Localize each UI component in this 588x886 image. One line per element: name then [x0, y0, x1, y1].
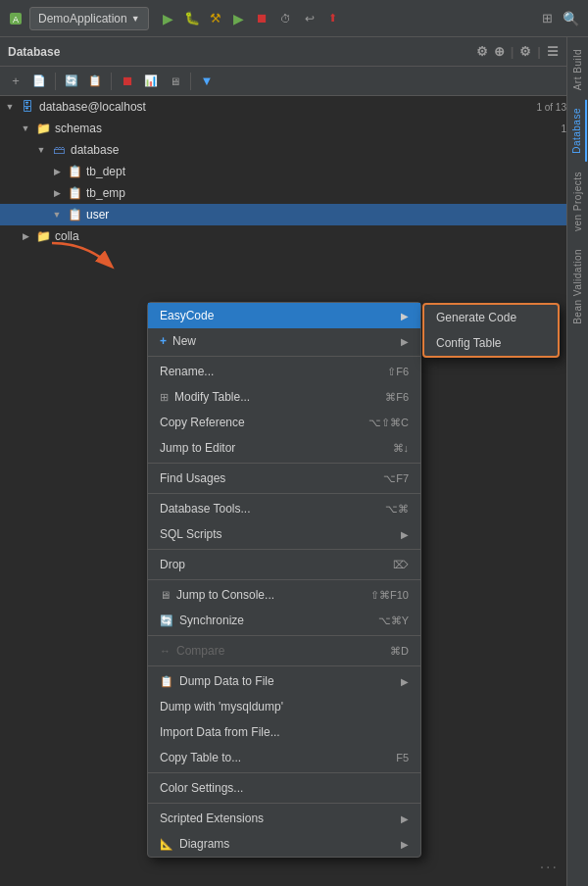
ctx-copy-ref-label: Copy Reference [160, 416, 245, 429]
ctx-drop-label: Drop [160, 558, 185, 571]
dump-data-icon: 📋 [160, 675, 173, 688]
table-dept-icon: 📋 [67, 164, 82, 179]
colla-folder-icon: 📁 [35, 228, 51, 244]
profile-button[interactable]: ⏱ [276, 9, 296, 28]
run-button[interactable]: ▶ [159, 9, 178, 28]
ctx-color-settings[interactable]: Color Settings... [148, 775, 420, 801]
ctx-import-data-label: Import Data from File... [160, 725, 280, 739]
ctx-copy-table[interactable]: Copy Table to... F5 [148, 745, 420, 770]
ctx-dump-mysqldump[interactable]: Dump with 'mysqldump' [148, 694, 420, 719]
grid-icon[interactable]: ⊞ [537, 9, 557, 28]
stop-button-tb[interactable]: ⏹ [118, 72, 137, 91]
stop-button[interactable]: ⏹ [253, 9, 272, 28]
ctx-sql-scripts[interactable]: SQL Scripts ▶ [148, 521, 420, 547]
context-menu: EasyCode ▶ Generate Code Config Table [147, 302, 421, 858]
ddl-icon[interactable]: 📄 [29, 72, 49, 91]
diagrams-icon: 📐 [160, 838, 173, 851]
ctx-sep-1 [148, 356, 420, 357]
ctx-copy-table-label: Copy Table to... [160, 751, 241, 764]
expand-tb-emp-icon: ▶ [51, 188, 63, 198]
ctx-db-tools[interactable]: Database Tools... ⌥⌘ [148, 496, 420, 521]
ctx-sep-3 [148, 493, 420, 494]
ctx-drop[interactable]: Drop ⌦ [148, 552, 420, 577]
grid-button[interactable]: 📊 [141, 72, 161, 91]
db-toolbar: + 📄 🔄 📋 ⏹ 📊 🖥 ▼ [0, 67, 566, 96]
ctx-import-data[interactable]: Import Data from File... [148, 719, 420, 745]
ctx-jump-console[interactable]: 🖥 Jump to Console... ⇧⌘F10 [148, 582, 420, 608]
filter-button[interactable]: ▼ [197, 72, 217, 91]
ctx-modify-shortcut: ⌘F6 [385, 391, 409, 404]
ctx-dump-mysqldump-label: Dump with 'mysqldump' [160, 700, 283, 714]
ctx-compare-label: Compare [176, 644, 224, 658]
modify-table-icon: ⊞ [160, 391, 169, 404]
ctx-new[interactable]: + New ▶ [148, 328, 420, 354]
db-menu-icon[interactable]: ☰ [547, 44, 559, 59]
ctx-new-label: New [172, 334, 196, 348]
ctx-synchronize[interactable]: 🔄 Synchronize ⌥⌘Y [148, 608, 420, 633]
toolbar-separator [55, 73, 56, 90]
tree-item-tb-emp[interactable]: ▶ 📋 tb_emp [0, 182, 566, 204]
ctx-find-usages[interactable]: Find Usages ⌥F7 [148, 466, 420, 491]
ctx-sep-5 [148, 579, 420, 580]
schemas-folder-icon: 📁 [35, 121, 51, 136]
sidebar-tab-bean-validation[interactable]: Bean Validation [569, 241, 586, 332]
submenu-config-table[interactable]: Config Table [424, 330, 558, 356]
db-header-icons: ⚙ ⊕ | ⚙ | ☰ [476, 44, 559, 59]
ctx-diagrams[interactable]: 📐 Diagrams ▶ [148, 831, 420, 857]
build-button[interactable]: ⚒ [206, 9, 225, 28]
tree-label-tb-dept: tb_dept [86, 165, 566, 178]
git-back-button[interactable]: ↩ [300, 9, 319, 28]
debug-button[interactable]: 🐛 [182, 9, 202, 28]
tree-item-root[interactable]: ▼ 🗄 database@localhost 1 of 13 [0, 96, 566, 118]
schema-button[interactable]: 📋 [85, 72, 105, 91]
ctx-scripted-extensions[interactable]: Scripted Extensions ▶ [148, 806, 420, 831]
app-dropdown[interactable]: DemoApplication ▼ [29, 7, 149, 30]
compare-icon: ↔ [160, 645, 171, 657]
ctx-easycode-left: EasyCode [160, 309, 214, 322]
main-panel: Database ⚙ ⊕ | ⚙ | ☰ + 📄 🔄 📋 ⏹ 📊 🖥 ▼ ▼ 🗄… [0, 37, 566, 886]
tree-label-tb-emp: tb_emp [86, 186, 566, 200]
expand-icon: ▼ [4, 102, 16, 112]
console-button[interactable]: 🖥 [165, 72, 184, 91]
ctx-synchronize-label: Synchronize [179, 614, 244, 627]
tree-item-schemas[interactable]: ▼ 📁 schemas 1 [0, 118, 566, 139]
generate-code-label: Generate Code [436, 311, 516, 324]
db-add-icon[interactable]: ⊕ [494, 44, 505, 59]
ctx-sep-6 [148, 635, 420, 636]
db-panel-header: Database ⚙ ⊕ | ⚙ | ☰ [0, 37, 566, 67]
tree-item-user[interactable]: ▼ 📋 user [0, 204, 566, 225]
synchronize-icon: 🔄 [160, 615, 173, 627]
toolbar-separator-3 [190, 73, 191, 90]
refresh-button[interactable]: 🔄 [62, 72, 81, 91]
ctx-easycode[interactable]: EasyCode ▶ Generate Code Config Table [148, 303, 420, 328]
bottom-dots: ··· [540, 859, 559, 876]
search-button[interactable]: 🔍 [561, 9, 580, 28]
git-fwd-button[interactable]: ⬆ [323, 9, 343, 28]
db-config-icon[interactable]: ⚙ [519, 44, 531, 59]
ctx-modify-table[interactable]: ⊞ Modify Table... ⌘F6 [148, 384, 420, 410]
top-right-icons: ⊞ 🔍 [537, 9, 580, 28]
tree-label-colla: colla [55, 229, 566, 243]
run2-button[interactable]: ▶ [229, 9, 249, 28]
expand-user-icon: ▼ [51, 210, 63, 220]
submenu-generate-code[interactable]: Generate Code [424, 305, 558, 330]
toolbar-separator-2 [111, 73, 112, 90]
sidebar-tab-art-build[interactable]: Art Build [569, 41, 586, 98]
ctx-rename[interactable]: Rename... ⇧F6 [148, 359, 420, 384]
sidebar-tab-database[interactable]: Database [568, 100, 587, 162]
config-table-label: Config Table [436, 336, 502, 350]
ctx-jump-editor[interactable]: Jump to Editor ⌘↓ [148, 435, 420, 461]
db-settings-icon[interactable]: ⚙ [476, 44, 488, 59]
expand-schemas-icon: ▼ [20, 123, 31, 133]
add-datasource-button[interactable]: + [6, 72, 25, 91]
ctx-compare: ↔ Compare ⌘D [148, 638, 420, 664]
tree-item-database[interactable]: ▼ 🗃 database [0, 139, 566, 161]
sidebar-tab-ven-projects[interactable]: ven Projects [569, 164, 586, 239]
submenu-easycode: Generate Code Config Table [422, 303, 560, 358]
ctx-dump-data[interactable]: 📋 Dump Data to File ▶ [148, 668, 420, 694]
ctx-copy-ref[interactable]: Copy Reference ⌥⇧⌘C [148, 410, 420, 435]
tree-item-colla[interactable]: ▶ 📁 colla [0, 225, 566, 247]
tree-item-tb-dept[interactable]: ▶ 📋 tb_dept [0, 161, 566, 182]
tree-label-root: database@localhost [39, 100, 528, 114]
database-tree: ▼ 🗄 database@localhost 1 of 13 ▼ 📁 schem… [0, 96, 566, 886]
